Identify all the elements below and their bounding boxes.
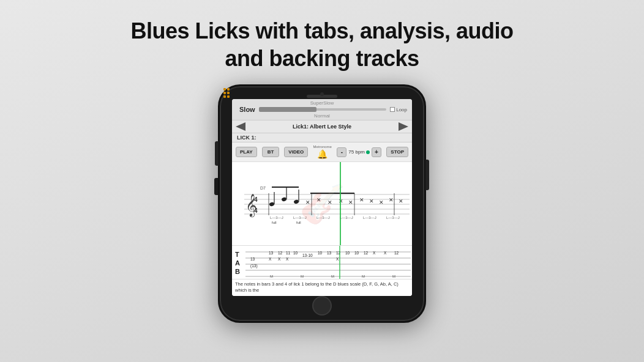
svg-text:X: X [278, 257, 281, 261]
svg-text:✕: ✕ [369, 198, 374, 204]
loop-box[interactable] [390, 107, 395, 112]
svg-text:M: M [301, 275, 304, 278]
playback-cursor [340, 162, 341, 245]
svg-text:13: 13 [269, 251, 274, 255]
svg-text:X: X [384, 251, 387, 255]
svg-text:✕: ✕ [379, 199, 384, 205]
phone-device: SuperSlow Slow [218, 84, 426, 323]
svg-text:full: full [272, 221, 277, 224]
svg-text:M: M [392, 275, 395, 278]
metronome-area: Metronome 🔔 [313, 145, 332, 159]
tab-area: T A B 13 (13) 13 12 11 10 X X X 13-1 [232, 245, 412, 279]
svg-text:M: M [331, 275, 334, 278]
svg-text:11: 11 [286, 251, 291, 255]
svg-text:✕: ✕ [348, 199, 353, 205]
svg-text:L—3—J: L—3—J [386, 216, 400, 220]
lick-label-row: LICK 1: [232, 133, 412, 142]
headline-line1: Blues Licks with tabs, analysis, audio [130, 17, 513, 45]
svg-text:13-10: 13-10 [302, 253, 313, 257]
bpm-dot [366, 150, 370, 154]
headline-line2: and backing tracks [130, 45, 513, 72]
svg-text:full: full [296, 221, 301, 224]
camera-dot [320, 92, 324, 96]
speed-slider[interactable] [259, 108, 387, 111]
app-headline: Blues Licks with tabs, analysis, audio a… [130, 17, 513, 72]
volume-button [214, 178, 218, 195]
track-prev-button[interactable] [236, 122, 245, 131]
svg-point-8 [269, 202, 274, 207]
svg-text:X: X [336, 257, 339, 261]
bpm-minus-button[interactable]: - [337, 147, 346, 157]
svg-point-12 [293, 199, 299, 204]
svg-text:A: A [235, 259, 240, 267]
superslow-label: SuperSlow [237, 100, 407, 106]
metronome-label: Metronome [313, 145, 332, 149]
svg-text:✕: ✕ [359, 197, 364, 203]
svg-text:✕: ✕ [316, 197, 321, 203]
svg-text:10: 10 [345, 251, 350, 255]
svg-text:L—3—J: L—3—J [270, 216, 283, 220]
sheet-music-area: 🎸 𝄞 4 4 [232, 162, 412, 245]
svg-text:10: 10 [318, 251, 323, 255]
home-button[interactable] [312, 296, 332, 316]
description-bar: The notes in bars 3 and 4 of lick 1 belo… [232, 279, 412, 296]
svg-text:4: 4 [254, 196, 258, 203]
svg-text:X: X [286, 257, 289, 261]
svg-text:X: X [373, 251, 376, 255]
svg-text:L—3—J: L—3—J [316, 216, 330, 220]
phone-screen: SuperSlow Slow [232, 99, 412, 296]
bpm-value: 75 bpm [348, 149, 370, 155]
loop-label: Loop [396, 107, 407, 113]
metronome-icon: 🔔 [317, 149, 328, 159]
svg-text:✕: ✕ [389, 197, 394, 203]
svg-text:L—3—J: L—3—J [340, 216, 353, 220]
svg-text:D7: D7 [260, 186, 266, 190]
svg-text:13: 13 [250, 257, 255, 261]
loop-checkbox[interactable]: Loop [390, 107, 407, 113]
svg-text:M: M [362, 275, 365, 278]
track-next-button[interactable] [399, 122, 408, 131]
video-button[interactable]: VIDEO [284, 147, 308, 157]
svg-text:✕: ✕ [399, 198, 403, 204]
svg-text:4: 4 [254, 207, 258, 214]
bt-button[interactable]: BT [262, 147, 279, 157]
play-button[interactable]: PLAY [236, 147, 257, 157]
svg-text:12: 12 [394, 251, 399, 255]
tab-svg: T A B 13 (13) 13 12 11 10 X X X 13-1 [232, 246, 412, 279]
description-text: The notes in bars 3 and 4 of lick 1 belo… [235, 281, 399, 293]
stop-button[interactable]: STOP [386, 147, 408, 157]
svg-text:L—3—J: L—3—J [293, 216, 307, 220]
svg-text:B: B [235, 268, 240, 275]
svg-text:12: 12 [364, 251, 369, 255]
svg-text:M: M [270, 275, 273, 278]
track-header: Lick1: Albert Lee Style [232, 120, 412, 133]
svg-text:X: X [269, 257, 272, 261]
svg-text:10: 10 [293, 251, 298, 255]
svg-text:✕: ✕ [328, 199, 332, 205]
svg-text:L—3—J: L—3—J [363, 216, 376, 220]
bpm-plus-button[interactable]: + [372, 147, 381, 157]
svg-text:✕: ✕ [305, 199, 310, 205]
sheet-svg: 𝄞 4 4 ✕ ✕ ✕ ✕ ✕ ✕ ✕ ✕ ✕ [232, 162, 412, 245]
svg-text:10: 10 [354, 251, 359, 255]
track-name: Lick1: Albert Lee Style [293, 124, 351, 130]
bpm-area: - 75 bpm + [337, 147, 381, 157]
svg-text:12: 12 [278, 251, 283, 255]
normal-label: Normal [237, 113, 407, 119]
svg-text:T: T [235, 251, 239, 258]
svg-text:13: 13 [327, 251, 332, 255]
front-camera [320, 92, 324, 96]
speed-bar: SuperSlow Slow [232, 99, 412, 120]
svg-point-10 [281, 197, 286, 202]
current-speed-label: Slow [239, 106, 255, 113]
svg-text:(13): (13) [250, 264, 258, 268]
lick-label: LICK 1: [237, 135, 256, 141]
controls-row: PLAY BT VIDEO Metronome 🔔 - 75 bpm + STO… [232, 142, 412, 162]
